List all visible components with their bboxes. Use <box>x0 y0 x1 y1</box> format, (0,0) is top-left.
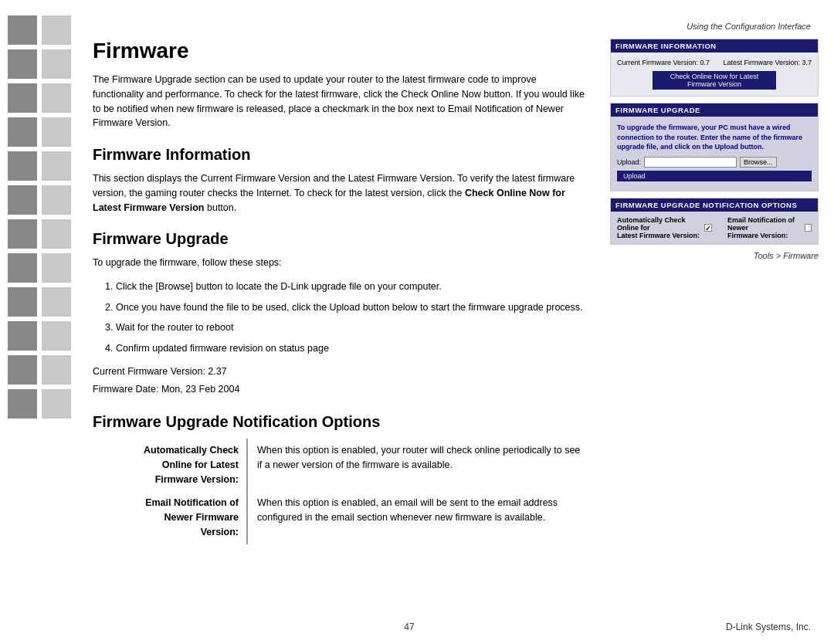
upload-button[interactable]: Upload <box>617 171 812 181</box>
auto-check-option: Automatically Check Online forLatest Fir… <box>617 216 712 239</box>
firmware-date-text: Firmware Date: Mon, 23 Feb 2004 <box>93 381 587 398</box>
company-name: D-Link Systems, Inc. <box>726 622 811 632</box>
step-2: Once you have found the file to be used,… <box>116 299 587 317</box>
sidebar-row <box>8 15 77 45</box>
current-version-text: Current Firmware Version: 2.37 <box>93 363 587 381</box>
email-notif-option: Email Notification of NewerFirmware Vers… <box>727 216 812 239</box>
step-4: Confirm updated firmware revision on sta… <box>116 340 587 358</box>
auto-check-option-label: Automatically Check Online forLatest Fir… <box>617 216 701 239</box>
auto-check-description: When this option is enabled, your router… <box>247 439 587 491</box>
check-online-button[interactable]: Check Online Now for Latest Firmware Ver… <box>653 71 776 90</box>
ui-notification-options-header: Firmware Upgrade Notification Options <box>611 198 818 212</box>
sidebar-square <box>42 151 71 181</box>
email-notif-description: When this option is enabled, an email wi… <box>247 491 587 544</box>
page-title: Firmware <box>93 39 587 63</box>
page-number: 47 <box>93 622 726 632</box>
notification-option-row-2: Email Notification ofNewer FirmwareVersi… <box>93 491 587 544</box>
sidebar-square <box>42 219 71 249</box>
footer: 47 D-Link Systems, Inc. <box>93 622 811 632</box>
intro-paragraph: The Firmware Upgrade section can be used… <box>93 73 587 130</box>
upgrade-description: To upgrade the firmware, your PC must ha… <box>617 123 812 152</box>
firmware-upgrade-intro: To upgrade the firmware, follow these st… <box>93 256 587 270</box>
browse-button[interactable]: Browse... <box>740 157 777 168</box>
sidebar-square <box>8 151 37 181</box>
sidebar-square <box>42 253 71 283</box>
ui-version-row: Current Firmware Version: 0.7 Latest Fir… <box>617 59 812 66</box>
sidebar-square <box>42 49 71 79</box>
latest-version-label: Latest Firmware Version: 3.7 <box>723 59 812 66</box>
sidebar-square <box>42 389 71 419</box>
upgrade-steps-list: Click the [Browse] button to locate the … <box>116 278 587 357</box>
sidebar-square <box>8 117 37 147</box>
notification-options-table: Automatically CheckOnline for LatestFirm… <box>93 439 587 544</box>
left-column: Firmware The Firmware Upgrade section ca… <box>93 39 587 544</box>
sidebar-square <box>42 185 71 215</box>
sidebar-square <box>42 117 71 147</box>
firmware-information-heading: Firmware Information <box>93 146 587 164</box>
sidebar-square <box>8 287 37 317</box>
panel-caption: Tools > Firmware <box>610 251 819 260</box>
step-3: Wait for the router to reboot <box>116 319 587 337</box>
ui-notification-options-body: Automatically Check Online forLatest Fir… <box>611 212 818 244</box>
sidebar-square <box>8 253 37 283</box>
sidebar-square <box>42 355 71 385</box>
sidebar-square <box>8 185 37 215</box>
auto-check-checkbox[interactable]: ✓ <box>704 224 712 232</box>
sidebar-row <box>8 185 77 215</box>
sidebar-square <box>8 219 37 249</box>
firmware-upgrade-heading: Firmware Upgrade <box>93 230 587 248</box>
sidebar-row <box>8 321 77 351</box>
notification-option-row-1: Automatically CheckOnline for LatestFirm… <box>93 439 587 491</box>
sidebar-row <box>8 389 77 419</box>
ui-firmware-upgrade-body: To upgrade the firmware, your PC must ha… <box>611 117 818 191</box>
right-column: Firmware Information Current Firmware Ve… <box>610 39 819 544</box>
sidebar-square <box>42 15 71 45</box>
ui-firmware-upgrade-panel: Firmware Upgrade To upgrade the firmware… <box>610 103 819 192</box>
ui-firmware-upgrade-header: Firmware Upgrade <box>611 103 818 117</box>
upload-label: Upload: <box>617 158 641 166</box>
sidebar-row <box>8 355 77 385</box>
sidebar-row <box>8 83 77 113</box>
current-version-label: Current Firmware Version: 0.7 <box>617 59 710 66</box>
upload-row: Upload: Browse... <box>617 157 812 168</box>
email-notif-label: Email Notification ofNewer FirmwareVersi… <box>93 491 247 544</box>
sidebar-square <box>8 389 37 419</box>
ui-firmware-info-panel: Firmware Information Current Firmware Ve… <box>610 39 819 97</box>
ui-firmware-info-body: Current Firmware Version: 0.7 Latest Fir… <box>611 53 818 96</box>
two-column-layout: Firmware The Firmware Upgrade section ca… <box>93 39 819 544</box>
sidebar-row <box>8 253 77 283</box>
sidebar-square <box>8 15 37 45</box>
sidebar-square <box>8 355 37 385</box>
sidebar-square <box>8 49 37 79</box>
auto-check-label: Automatically CheckOnline for LatestFirm… <box>93 439 247 491</box>
sidebar-square <box>8 321 37 351</box>
step-1: Click the [Browse] button to locate the … <box>116 278 587 296</box>
notification-options-heading: Firmware Upgrade Notification Options <box>93 413 587 431</box>
sidebar-row <box>8 117 77 147</box>
sidebar <box>0 0 85 644</box>
sidebar-row <box>8 151 77 181</box>
sidebar-square <box>8 83 37 113</box>
firmware-information-body: This section displays the Current Firmwa… <box>93 171 587 215</box>
main-content: Firmware The Firmware Upgrade section ca… <box>93 39 819 613</box>
sidebar-square <box>42 287 71 317</box>
email-notif-checkbox[interactable] <box>805 224 812 232</box>
breadcrumb: Using the Configuration Interface <box>687 22 811 31</box>
email-notif-option-label: Email Notification of NewerFirmware Vers… <box>727 216 802 239</box>
sidebar-row <box>8 49 77 79</box>
sidebar-square <box>42 321 71 351</box>
current-version-info: Current Firmware Version: 2.37 Firmware … <box>93 363 587 398</box>
ui-notification-options-panel: Firmware Upgrade Notification Options Au… <box>610 198 819 245</box>
sidebar-square <box>42 83 71 113</box>
sidebar-row <box>8 287 77 317</box>
sidebar-row <box>8 219 77 249</box>
upload-input[interactable] <box>644 157 737 168</box>
ui-firmware-info-header: Firmware Information <box>611 39 818 53</box>
